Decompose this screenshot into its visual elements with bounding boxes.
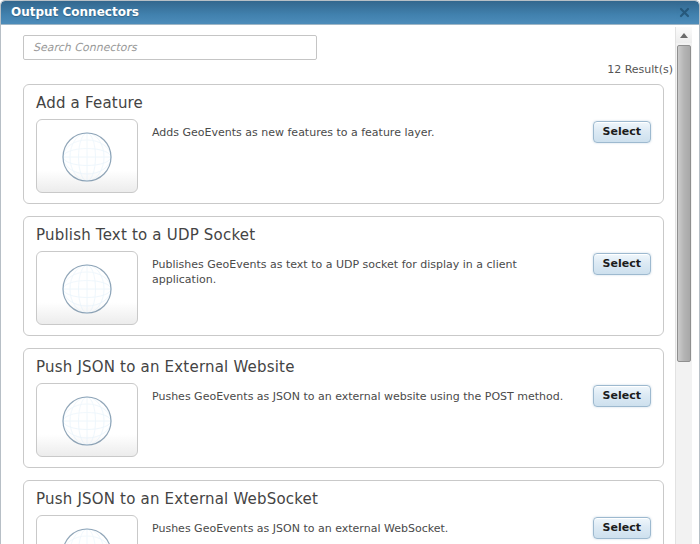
select-button[interactable]: Select	[593, 385, 651, 407]
connector-list-panel: 12 Result(s) Add a Feature Adds GeoEvent…	[1, 26, 675, 544]
close-icon[interactable]	[679, 7, 690, 18]
search-input[interactable]	[23, 35, 317, 60]
connector-title: Add a Feature	[36, 94, 651, 112]
globe-icon	[44, 127, 130, 185]
connector-description: Adds GeoEvents as new features to a feat…	[152, 126, 577, 141]
connector-title: Push JSON to an External Website	[36, 358, 651, 376]
globe-icon	[44, 391, 130, 449]
connector-thumbnail	[36, 119, 138, 193]
connector-card-push-json-website: Push JSON to an External Website Pushes …	[23, 348, 664, 468]
results-count: 12 Result(s)	[23, 63, 673, 78]
connector-card-publish-text-udp: Publish Text to a UDP Socket Publishes G…	[23, 216, 664, 336]
connector-title: Publish Text to a UDP Socket	[36, 226, 651, 244]
scroll-up-button[interactable]	[676, 27, 692, 43]
output-connectors-dialog: Output Connectors 12 Result(s) Add a Fea…	[0, 0, 700, 544]
select-button[interactable]: Select	[593, 517, 651, 539]
connector-thumbnail	[36, 251, 138, 325]
connector-description: Publishes GeoEvents as text to a UDP soc…	[152, 258, 577, 288]
dialog-titlebar: Output Connectors	[1, 1, 699, 25]
scroll-up-arrow-icon	[680, 33, 688, 38]
globe-icon	[44, 259, 130, 317]
select-button[interactable]: Select	[593, 253, 651, 275]
connector-card-add-a-feature: Add a Feature Adds GeoEvents as new feat…	[23, 84, 664, 204]
scrollbar[interactable]	[675, 27, 692, 544]
select-button[interactable]: Select	[593, 121, 651, 143]
connector-description: Pushes GeoEvents as JSON to an external …	[152, 390, 577, 405]
connector-thumbnail	[36, 383, 138, 457]
connector-thumbnail	[36, 515, 138, 544]
connector-title: Push JSON to an External WebSocket	[36, 490, 651, 508]
connector-card-push-json-websocket: Push JSON to an External WebSocket Pushe…	[23, 480, 664, 544]
globe-icon	[44, 523, 130, 544]
dialog-title: Output Connectors	[1, 1, 139, 19]
scrollbar-thumb[interactable]	[677, 45, 691, 362]
connector-description: Pushes GeoEvents as JSON to an external …	[152, 522, 577, 537]
